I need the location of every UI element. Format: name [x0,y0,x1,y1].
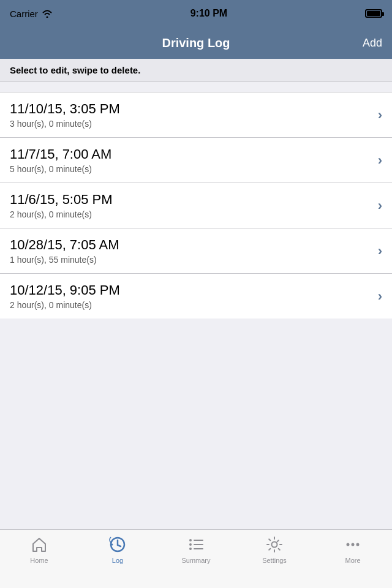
log-entry-date: 10/28/15, 7:05 AM [10,237,372,253]
summary-icon [186,535,206,554]
tab-bar: Home Log Summary [0,529,392,588]
log-entry-duration: 3 hour(s), 0 minute(s) [10,119,372,129]
svg-point-11 [356,543,360,546]
nav-bar: Driving Log Add [0,27,392,59]
nav-title: Driving Log [162,36,230,50]
log-entry-date: 11/7/15, 7:00 AM [10,146,372,162]
tab-summary[interactable]: Summary [165,535,227,564]
log-entry-text: 11/10/15, 3:05 PM 3 hour(s), 0 minute(s) [10,101,372,129]
log-entries-list: 11/10/15, 3:05 PM 3 hour(s), 0 minute(s)… [0,92,392,318]
add-button[interactable]: Add [363,37,382,50]
wifi-icon [42,9,53,18]
log-entry-1[interactable]: 11/7/15, 7:00 AM 5 hour(s), 0 minute(s) … [0,138,392,183]
more-icon [343,535,363,554]
log-icon [108,535,127,554]
chevron-right-icon: › [378,153,382,168]
status-time: 9:10 PM [190,8,227,19]
home-icon [29,535,49,554]
instruction-text: Select to edit, swipe to delete. [10,65,140,75]
tab-more[interactable]: More [322,535,383,564]
tab-home[interactable]: Home [9,535,70,564]
chevron-right-icon: › [378,288,382,304]
log-entry-2[interactable]: 11/6/15, 5:05 PM 2 hour(s), 0 minute(s) … [0,183,392,228]
svg-point-3 [189,543,192,546]
tab-settings-label: Settings [262,557,287,564]
battery-icon [365,9,382,18]
tab-settings[interactable]: Settings [244,535,305,564]
log-entry-duration: 2 hour(s), 0 minute(s) [10,209,372,219]
log-entry-text: 10/28/15, 7:05 AM 1 hour(s), 55 minute(s… [10,237,372,265]
svg-point-2 [189,539,192,541]
log-entry-date: 11/10/15, 3:05 PM [10,101,372,117]
tab-log-label: Log [112,557,123,564]
log-entry-text: 11/6/15, 5:05 PM 2 hour(s), 0 minute(s) [10,192,372,219]
settings-icon [265,535,284,554]
log-entry-duration: 5 hour(s), 0 minute(s) [10,164,372,174]
svg-point-8 [272,542,277,548]
svg-point-1 [111,544,113,546]
svg-point-10 [352,543,355,546]
tab-home-label: Home [30,557,48,564]
tab-summary-label: Summary [181,557,210,564]
chevron-right-icon: › [378,198,382,214]
chevron-right-icon: › [378,107,382,123]
log-entry-text: 10/12/15, 9:05 PM 2 hour(s), 0 minute(s) [10,282,372,310]
log-entry-3[interactable]: 10/28/15, 7:05 AM 1 hour(s), 55 minute(s… [0,228,392,274]
svg-point-4 [189,548,192,550]
status-carrier-wifi: Carrier [10,9,53,19]
log-entry-date: 10/12/15, 9:05 PM [10,282,372,298]
tab-more-label: More [345,557,360,564]
status-bar: Carrier 9:10 PM [0,0,392,27]
log-entry-duration: 2 hour(s), 0 minute(s) [10,300,372,310]
chevron-right-icon: › [378,243,382,259]
carrier-label: Carrier [10,9,38,19]
log-entry-4[interactable]: 10/12/15, 9:05 PM 2 hour(s), 0 minute(s)… [0,274,392,318]
log-entry-date: 11/6/15, 5:05 PM [10,192,372,208]
tab-log[interactable]: Log [87,535,148,564]
log-entry-text: 11/7/15, 7:00 AM 5 hour(s), 0 minute(s) [10,146,372,174]
instruction-banner: Select to edit, swipe to delete. [0,59,392,82]
log-entry-0[interactable]: 11/10/15, 3:05 PM 3 hour(s), 0 minute(s)… [0,92,392,138]
log-entry-duration: 1 hour(s), 55 minute(s) [10,255,372,265]
svg-point-9 [347,543,350,546]
status-battery [365,9,382,18]
